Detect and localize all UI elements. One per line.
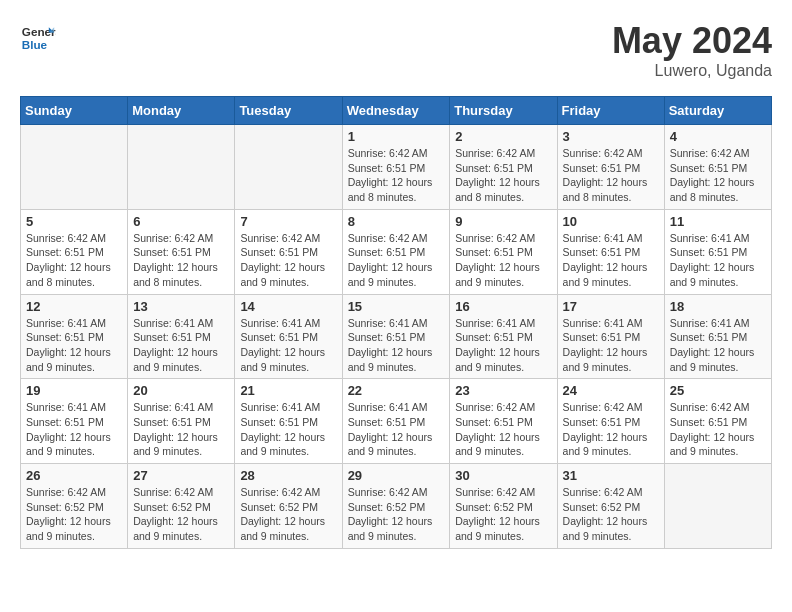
calendar-day-cell [664, 464, 771, 549]
title-block: May 2024 Luwero, Uganda [612, 20, 772, 80]
day-number: 5 [26, 214, 122, 229]
day-number: 1 [348, 129, 445, 144]
calendar-day-cell: 4Sunrise: 6:42 AM Sunset: 6:51 PM Daylig… [664, 125, 771, 210]
calendar-day-cell: 10Sunrise: 6:41 AM Sunset: 6:51 PM Dayli… [557, 209, 664, 294]
day-number: 4 [670, 129, 766, 144]
calendar-week-row: 12Sunrise: 6:41 AM Sunset: 6:51 PM Dayli… [21, 294, 772, 379]
day-sun-info: Sunrise: 6:41 AM Sunset: 6:51 PM Dayligh… [563, 231, 659, 290]
calendar-day-cell: 13Sunrise: 6:41 AM Sunset: 6:51 PM Dayli… [128, 294, 235, 379]
day-sun-info: Sunrise: 6:41 AM Sunset: 6:51 PM Dayligh… [348, 316, 445, 375]
day-sun-info: Sunrise: 6:41 AM Sunset: 6:51 PM Dayligh… [133, 400, 229, 459]
day-sun-info: Sunrise: 6:42 AM Sunset: 6:51 PM Dayligh… [455, 400, 551, 459]
day-sun-info: Sunrise: 6:41 AM Sunset: 6:51 PM Dayligh… [26, 316, 122, 375]
day-number: 29 [348, 468, 445, 483]
calendar-header: SundayMondayTuesdayWednesdayThursdayFrid… [21, 97, 772, 125]
calendar-body: 1Sunrise: 6:42 AM Sunset: 6:51 PM Daylig… [21, 125, 772, 549]
calendar-week-row: 19Sunrise: 6:41 AM Sunset: 6:51 PM Dayli… [21, 379, 772, 464]
calendar-day-cell: 30Sunrise: 6:42 AM Sunset: 6:52 PM Dayli… [450, 464, 557, 549]
calendar-day-cell: 2Sunrise: 6:42 AM Sunset: 6:51 PM Daylig… [450, 125, 557, 210]
day-number: 24 [563, 383, 659, 398]
day-of-week-header: Monday [128, 97, 235, 125]
day-sun-info: Sunrise: 6:42 AM Sunset: 6:51 PM Dayligh… [26, 231, 122, 290]
calendar-day-cell: 22Sunrise: 6:41 AM Sunset: 6:51 PM Dayli… [342, 379, 450, 464]
day-number: 8 [348, 214, 445, 229]
calendar-day-cell: 5Sunrise: 6:42 AM Sunset: 6:51 PM Daylig… [21, 209, 128, 294]
day-sun-info: Sunrise: 6:41 AM Sunset: 6:51 PM Dayligh… [348, 400, 445, 459]
day-sun-info: Sunrise: 6:41 AM Sunset: 6:51 PM Dayligh… [670, 231, 766, 290]
calendar-day-cell: 6Sunrise: 6:42 AM Sunset: 6:51 PM Daylig… [128, 209, 235, 294]
calendar-day-cell [21, 125, 128, 210]
calendar-day-cell: 31Sunrise: 6:42 AM Sunset: 6:52 PM Dayli… [557, 464, 664, 549]
day-number: 10 [563, 214, 659, 229]
day-sun-info: Sunrise: 6:42 AM Sunset: 6:51 PM Dayligh… [133, 231, 229, 290]
day-number: 11 [670, 214, 766, 229]
calendar-day-cell: 16Sunrise: 6:41 AM Sunset: 6:51 PM Dayli… [450, 294, 557, 379]
day-number: 22 [348, 383, 445, 398]
day-sun-info: Sunrise: 6:42 AM Sunset: 6:51 PM Dayligh… [670, 400, 766, 459]
day-of-week-header: Wednesday [342, 97, 450, 125]
calendar-day-cell: 26Sunrise: 6:42 AM Sunset: 6:52 PM Dayli… [21, 464, 128, 549]
day-sun-info: Sunrise: 6:42 AM Sunset: 6:51 PM Dayligh… [455, 146, 551, 205]
day-of-week-header: Saturday [664, 97, 771, 125]
svg-text:Blue: Blue [22, 38, 48, 51]
calendar-day-cell: 24Sunrise: 6:42 AM Sunset: 6:51 PM Dayli… [557, 379, 664, 464]
calendar-day-cell: 12Sunrise: 6:41 AM Sunset: 6:51 PM Dayli… [21, 294, 128, 379]
calendar-day-cell: 20Sunrise: 6:41 AM Sunset: 6:51 PM Dayli… [128, 379, 235, 464]
day-number: 20 [133, 383, 229, 398]
day-of-week-header: Sunday [21, 97, 128, 125]
logo: General Blue [20, 20, 56, 56]
calendar-day-cell: 18Sunrise: 6:41 AM Sunset: 6:51 PM Dayli… [664, 294, 771, 379]
calendar-day-cell: 17Sunrise: 6:41 AM Sunset: 6:51 PM Dayli… [557, 294, 664, 379]
day-sun-info: Sunrise: 6:41 AM Sunset: 6:51 PM Dayligh… [26, 400, 122, 459]
calendar-day-cell: 25Sunrise: 6:42 AM Sunset: 6:51 PM Dayli… [664, 379, 771, 464]
day-number: 2 [455, 129, 551, 144]
day-number: 21 [240, 383, 336, 398]
day-sun-info: Sunrise: 6:42 AM Sunset: 6:52 PM Dayligh… [133, 485, 229, 544]
calendar-day-cell [235, 125, 342, 210]
calendar-day-cell: 21Sunrise: 6:41 AM Sunset: 6:51 PM Dayli… [235, 379, 342, 464]
day-sun-info: Sunrise: 6:42 AM Sunset: 6:51 PM Dayligh… [348, 146, 445, 205]
day-number: 9 [455, 214, 551, 229]
calendar-day-cell: 8Sunrise: 6:42 AM Sunset: 6:51 PM Daylig… [342, 209, 450, 294]
calendar-day-cell: 7Sunrise: 6:42 AM Sunset: 6:51 PM Daylig… [235, 209, 342, 294]
calendar-table: SundayMondayTuesdayWednesdayThursdayFrid… [20, 96, 772, 549]
day-sun-info: Sunrise: 6:41 AM Sunset: 6:51 PM Dayligh… [240, 316, 336, 375]
day-sun-info: Sunrise: 6:42 AM Sunset: 6:51 PM Dayligh… [348, 231, 445, 290]
day-sun-info: Sunrise: 6:42 AM Sunset: 6:51 PM Dayligh… [240, 231, 336, 290]
day-sun-info: Sunrise: 6:42 AM Sunset: 6:52 PM Dayligh… [348, 485, 445, 544]
day-number: 31 [563, 468, 659, 483]
day-sun-info: Sunrise: 6:42 AM Sunset: 6:52 PM Dayligh… [26, 485, 122, 544]
calendar-day-cell: 28Sunrise: 6:42 AM Sunset: 6:52 PM Dayli… [235, 464, 342, 549]
page-header: General Blue May 2024 Luwero, Uganda [20, 20, 772, 80]
calendar-day-cell: 11Sunrise: 6:41 AM Sunset: 6:51 PM Dayli… [664, 209, 771, 294]
calendar-day-cell: 19Sunrise: 6:41 AM Sunset: 6:51 PM Dayli… [21, 379, 128, 464]
calendar-day-cell: 14Sunrise: 6:41 AM Sunset: 6:51 PM Dayli… [235, 294, 342, 379]
calendar-day-cell: 1Sunrise: 6:42 AM Sunset: 6:51 PM Daylig… [342, 125, 450, 210]
day-sun-info: Sunrise: 6:41 AM Sunset: 6:51 PM Dayligh… [563, 316, 659, 375]
day-number: 30 [455, 468, 551, 483]
day-number: 3 [563, 129, 659, 144]
day-sun-info: Sunrise: 6:42 AM Sunset: 6:52 PM Dayligh… [563, 485, 659, 544]
day-sun-info: Sunrise: 6:42 AM Sunset: 6:51 PM Dayligh… [563, 400, 659, 459]
location-title: Luwero, Uganda [612, 62, 772, 80]
day-of-week-header: Friday [557, 97, 664, 125]
month-title: May 2024 [612, 20, 772, 62]
day-number: 25 [670, 383, 766, 398]
calendar-week-row: 1Sunrise: 6:42 AM Sunset: 6:51 PM Daylig… [21, 125, 772, 210]
calendar-day-cell: 3Sunrise: 6:42 AM Sunset: 6:51 PM Daylig… [557, 125, 664, 210]
calendar-day-cell: 23Sunrise: 6:42 AM Sunset: 6:51 PM Dayli… [450, 379, 557, 464]
day-sun-info: Sunrise: 6:41 AM Sunset: 6:51 PM Dayligh… [455, 316, 551, 375]
day-header-row: SundayMondayTuesdayWednesdayThursdayFrid… [21, 97, 772, 125]
day-number: 27 [133, 468, 229, 483]
day-sun-info: Sunrise: 6:41 AM Sunset: 6:51 PM Dayligh… [670, 316, 766, 375]
day-sun-info: Sunrise: 6:42 AM Sunset: 6:51 PM Dayligh… [563, 146, 659, 205]
logo-icon: General Blue [20, 20, 56, 56]
day-number: 26 [26, 468, 122, 483]
day-number: 28 [240, 468, 336, 483]
day-number: 13 [133, 299, 229, 314]
day-number: 16 [455, 299, 551, 314]
day-sun-info: Sunrise: 6:42 AM Sunset: 6:51 PM Dayligh… [455, 231, 551, 290]
day-number: 14 [240, 299, 336, 314]
day-of-week-header: Thursday [450, 97, 557, 125]
day-sun-info: Sunrise: 6:42 AM Sunset: 6:51 PM Dayligh… [670, 146, 766, 205]
